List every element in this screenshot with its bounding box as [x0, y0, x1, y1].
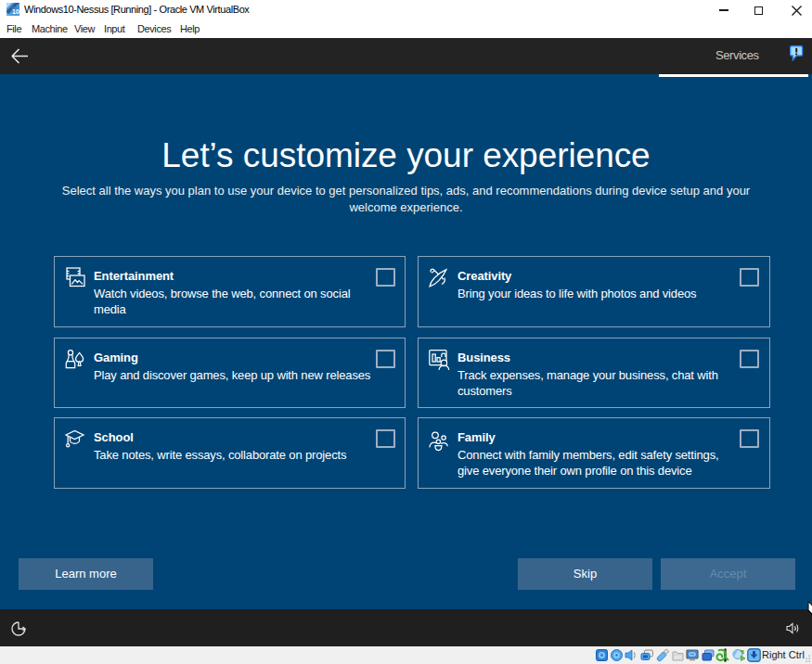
- svg-text:10: 10: [12, 8, 19, 15]
